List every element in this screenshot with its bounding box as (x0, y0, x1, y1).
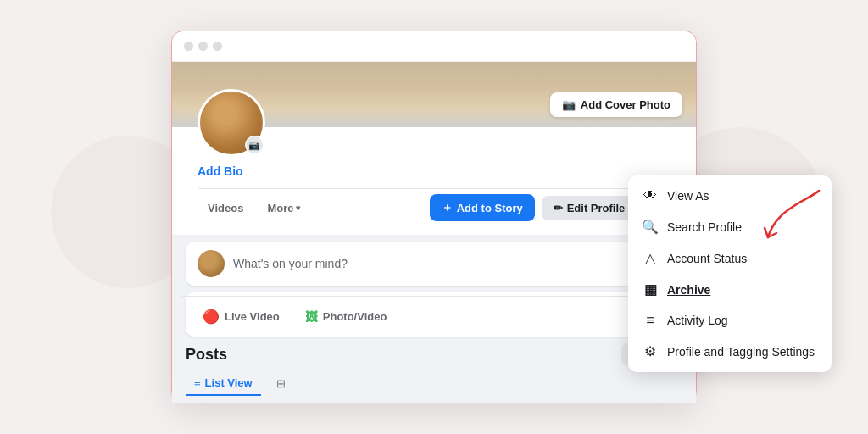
live-video-icon: 🔴 (203, 309, 220, 325)
avatar (198, 89, 265, 157)
pencil-icon: ✏ (554, 202, 563, 214)
dropdown-item-activity-log[interactable]: ≡ Activity Log (628, 305, 832, 336)
avatar-image (200, 92, 263, 154)
list-view-tab[interactable]: ≡ List View (186, 371, 261, 396)
chevron-down-icon: ▾ (296, 203, 300, 213)
posts-header: Posts ⊟ Filter (186, 343, 682, 366)
add-story-label: Add to Story (457, 202, 523, 214)
nav-tabs: Videos More ▾ (198, 197, 310, 220)
grid-icon: ⊞ (276, 377, 286, 390)
add-story-button[interactable]: ＋ Add to Story (430, 194, 535, 221)
dropdown-item-profile-tagging[interactable]: ⚙ Profile and Tagging Settings (628, 336, 832, 367)
live-video-label: Live Video (225, 310, 280, 323)
list-icon: ≡ (194, 376, 201, 389)
camera-icon: 📷 (562, 98, 576, 111)
view-as-icon: 👁 (642, 188, 659, 203)
traffic-light-green (213, 42, 222, 51)
dropdown-menu: 👁 View As 🔍 Search Profile △ Account Sta… (628, 175, 832, 372)
nav-actions-row: Videos More ▾ ＋ Add to Story ✏ Edit Prof… (198, 188, 670, 226)
post-divider (181, 296, 687, 297)
posts-title: Posts (186, 346, 227, 364)
cover-area: 📷 📷 Add Cover Photo (172, 62, 696, 127)
search-profile-icon: 🔍 (642, 219, 659, 235)
list-view-label: List View (205, 376, 253, 389)
tab-videos[interactable]: Videos (198, 197, 253, 220)
post-avatar (198, 250, 225, 277)
add-cover-button[interactable]: 📷 Add Cover Photo (550, 92, 682, 117)
browser-window: 📷 📷 Add Cover Photo Add Bio Videos More … (171, 31, 697, 403)
post-actions-row: 🔴 Live Video 🖼 Photo/Video (192, 303, 676, 330)
archive-icon: ▦ (642, 281, 659, 298)
dropdown-item-view-as[interactable]: 👁 View As (628, 181, 832, 211)
browser-content: 📷 📷 Add Cover Photo Add Bio Videos More … (172, 62, 696, 403)
plus-icon: ＋ (442, 200, 453, 215)
dropdown-label-activity-log: Activity Log (667, 314, 728, 327)
more-label: More (267, 202, 293, 214)
view-tabs: ≡ List View ⊞ (186, 371, 682, 396)
profile-tagging-icon: ⚙ (642, 343, 659, 359)
dropdown-item-search-profile[interactable]: 🔍 Search Profile (628, 211, 832, 242)
photo-video-label: Photo/Video (323, 310, 387, 323)
photo-video-button[interactable]: 🖼 Photo/Video (295, 303, 398, 330)
activity-log-icon: ≡ (642, 313, 659, 328)
traffic-lights (184, 42, 222, 51)
title-bar (172, 31, 696, 62)
dropdown-item-account-status[interactable]: △ Account Status (628, 242, 832, 274)
dropdown-label-profile-tagging: Profile and Tagging Settings (667, 345, 815, 359)
live-video-button[interactable]: 🔴 Live Video (192, 303, 290, 330)
edit-profile-label: Edit Profile (567, 202, 626, 214)
edit-profile-button[interactable]: ✏ Edit Profile (542, 196, 637, 220)
dropdown-item-archive[interactable]: ▦ Archive (628, 274, 832, 305)
traffic-light-yellow (198, 42, 208, 51)
add-cover-label: Add Cover Photo (581, 98, 670, 111)
dropdown-label-account-status: Account Status (667, 252, 747, 265)
add-bio-link[interactable]: Add Bio (198, 164, 670, 178)
lower-content: What's on your mind? 🔴 Live Video 🖼 Phot… (172, 235, 696, 403)
photo-video-icon: 🖼 (305, 309, 318, 324)
post-placeholder[interactable]: What's on your mind? (233, 257, 348, 270)
tab-more[interactable]: More ▾ (257, 197, 310, 220)
dropdown-label-search-profile: Search Profile (667, 220, 742, 234)
account-status-icon: △ (642, 250, 659, 266)
traffic-light-red (184, 42, 193, 51)
post-box: What's on your mind? (186, 242, 682, 286)
dropdown-label-view-as: View As (667, 189, 709, 203)
grid-view-tab[interactable]: ⊞ (268, 372, 294, 395)
post-actions-container: 🔴 Live Video 🖼 Photo/Video (186, 292, 682, 337)
dropdown-label-archive: Archive (667, 283, 710, 297)
